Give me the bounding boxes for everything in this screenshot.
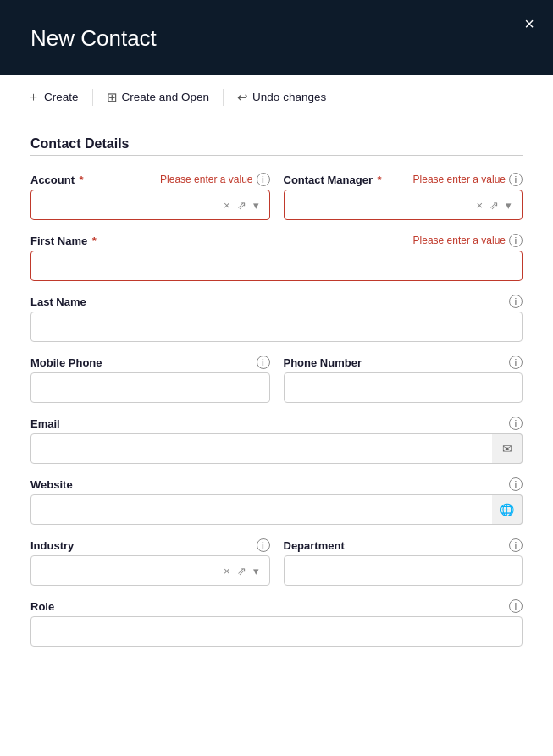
last-name-input[interactable]: [30, 312, 523, 342]
row-phones: Mobile Phone i Phone Number i: [30, 356, 523, 403]
department-group: Department i: [284, 538, 523, 586]
row-account-manager: Account * Please enter a value i × ⇗ ▾: [30, 173, 523, 220]
industry-dropdown-btn[interactable]: ▾: [252, 566, 261, 577]
modal-header: New Contact ×: [0, 0, 553, 75]
industry-open-btn[interactable]: ⇗: [235, 566, 248, 577]
email-label: Email: [30, 417, 60, 430]
row-role: Role i: [30, 599, 523, 647]
industry-clear-btn[interactable]: ×: [222, 566, 232, 577]
row-first-name: First Name * Please enter a value i: [30, 234, 523, 281]
industry-label: Industry: [30, 539, 74, 552]
last-name-group: Last Name i: [30, 295, 523, 342]
contact-manager-dropdown-btn[interactable]: ▾: [504, 200, 513, 211]
role-info-icon[interactable]: i: [509, 599, 523, 613]
website-group: Website i 🌐: [30, 477, 523, 525]
account-dropdown-btn[interactable]: ▾: [252, 200, 261, 211]
contact-manager-error: Please enter a value: [413, 174, 506, 185]
account-error: Please enter a value: [160, 174, 252, 185]
contact-manager-label: Contact Manager *: [284, 174, 382, 186]
account-group: Account * Please enter a value i × ⇗ ▾: [30, 173, 270, 220]
role-label-row: Role i: [30, 599, 523, 613]
first-name-group: First Name * Please enter a value i: [30, 234, 523, 281]
mobile-phone-label: Mobile Phone: [30, 356, 102, 369]
toolbar-divider-2: [223, 89, 224, 106]
email-input[interactable]: [30, 433, 523, 464]
email-input-wrapper: ✉: [30, 433, 523, 464]
first-name-info-icon[interactable]: i: [509, 234, 523, 247]
contact-manager-group: Contact Manager * Please enter a value i…: [284, 173, 523, 220]
phone-number-info-icon[interactable]: i: [509, 356, 523, 369]
mobile-phone-label-row: Mobile Phone i: [30, 356, 270, 369]
undo-icon: ↩: [237, 90, 248, 105]
row-last-name: Last Name i: [30, 295, 523, 342]
contact-manager-clear-btn[interactable]: ×: [474, 200, 484, 211]
industry-group: Industry i × ⇗ ▾: [30, 538, 270, 586]
account-select[interactable]: × ⇗ ▾: [30, 190, 270, 220]
website-info-icon[interactable]: i: [509, 477, 523, 491]
first-name-label: First Name *: [30, 235, 97, 247]
account-clear-btn[interactable]: ×: [222, 200, 232, 211]
contact-manager-open-btn[interactable]: ⇗: [488, 200, 500, 211]
undo-button[interactable]: ↩ Undo changes: [227, 85, 336, 110]
mobile-phone-input[interactable]: [30, 372, 270, 403]
department-info-icon[interactable]: i: [509, 538, 523, 552]
close-button[interactable]: ×: [521, 12, 538, 36]
website-input[interactable]: [30, 494, 523, 525]
department-label: Department: [284, 539, 345, 552]
undo-label: Undo changes: [252, 91, 326, 103]
first-name-input[interactable]: [30, 251, 523, 281]
last-name-label: Last Name: [30, 295, 86, 308]
form-body: Contact Details Account * Please enter a…: [0, 119, 553, 756]
last-name-label-row: Last Name i: [30, 295, 523, 308]
contact-manager-label-row: Contact Manager * Please enter a value i: [284, 173, 523, 186]
create-open-button[interactable]: ⊞ Create and Open: [97, 85, 220, 110]
department-input[interactable]: [284, 555, 523, 586]
industry-select[interactable]: × ⇗ ▾: [30, 555, 270, 586]
section-title: Contact Details: [30, 136, 523, 152]
plus-icon: ＋: [27, 89, 40, 105]
website-label-row: Website i: [30, 477, 523, 491]
website-label: Website: [30, 478, 73, 491]
phone-number-input[interactable]: [284, 372, 523, 403]
phone-number-group: Phone Number i: [284, 356, 523, 403]
globe-icon: 🌐: [492, 494, 523, 525]
email-info-icon[interactable]: i: [509, 417, 523, 430]
mobile-phone-group: Mobile Phone i: [30, 356, 270, 403]
create-label: Create: [44, 91, 79, 103]
create-button[interactable]: ＋ Create: [17, 84, 89, 110]
first-name-label-row: First Name * Please enter a value i: [30, 234, 523, 247]
account-open-btn[interactable]: ⇗: [235, 200, 248, 211]
account-label-row: Account * Please enter a value i: [30, 173, 270, 186]
mobile-phone-info-icon[interactable]: i: [257, 356, 270, 369]
role-label: Role: [30, 600, 54, 613]
toolbar-divider: [92, 89, 93, 106]
create-open-icon: ⊞: [107, 90, 118, 105]
phone-number-label: Phone Number: [284, 356, 362, 369]
toolbar: ＋ Create ⊞ Create and Open ↩ Undo change…: [0, 75, 553, 119]
contact-manager-info-icon[interactable]: i: [509, 173, 523, 186]
row-website: Website i 🌐: [30, 477, 523, 525]
section-divider: [30, 155, 523, 156]
role-group: Role i: [30, 599, 523, 647]
email-label-row: Email i: [30, 417, 523, 430]
row-email: Email i ✉: [30, 417, 523, 464]
email-icon: ✉: [492, 433, 523, 464]
department-label-row: Department i: [284, 538, 523, 552]
new-contact-modal: New Contact × ＋ Create ⊞ Create and Open…: [0, 0, 553, 756]
account-info-icon[interactable]: i: [257, 173, 270, 186]
phone-number-label-row: Phone Number i: [284, 356, 523, 369]
last-name-info-icon[interactable]: i: [509, 295, 523, 308]
website-input-wrapper: 🌐: [30, 494, 523, 525]
email-group: Email i ✉: [30, 417, 523, 464]
create-open-label: Create and Open: [122, 91, 210, 103]
contact-manager-select[interactable]: × ⇗ ▾: [284, 190, 523, 220]
row-industry-department: Industry i × ⇗ ▾ Departm: [30, 538, 523, 586]
industry-label-row: Industry i: [30, 538, 270, 552]
account-label: Account *: [30, 174, 84, 186]
industry-info-icon[interactable]: i: [257, 538, 270, 552]
modal-title: New Contact: [30, 25, 157, 51]
first-name-error: Please enter a value: [413, 235, 506, 246]
role-input[interactable]: [30, 616, 523, 647]
